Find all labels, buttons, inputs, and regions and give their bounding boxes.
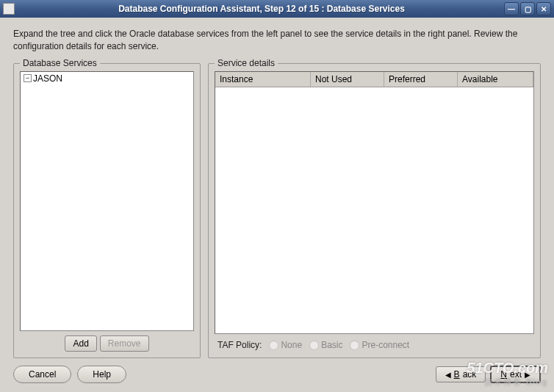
services-tree[interactable]: − JASON xyxy=(20,71,194,331)
table-body xyxy=(215,87,533,333)
service-details-legend: Service details xyxy=(215,58,278,68)
col-instance[interactable]: Instance xyxy=(215,72,311,87)
next-button[interactable]: Next▶ xyxy=(490,366,541,383)
taf-policy-label: TAF Policy: xyxy=(217,340,262,350)
taf-none-radio[interactable]: None xyxy=(269,340,302,350)
close-button[interactable]: ✕ xyxy=(536,2,551,15)
window-controls: — ▢ ✕ xyxy=(504,2,551,15)
back-label: B xyxy=(454,369,460,380)
instructions-text: Expand the tree and click the Oracle dat… xyxy=(13,28,541,53)
chevron-right-icon: ▶ xyxy=(525,371,530,379)
service-details-table: Instance Not Used Preferred Available xyxy=(215,71,534,334)
taf-preconnect-input xyxy=(350,341,359,350)
bottom-bar: Cancel Help ◀Back Next▶ xyxy=(13,358,541,383)
taf-basic-radio[interactable]: Basic xyxy=(309,340,342,350)
tree-collapse-icon[interactable]: − xyxy=(24,74,32,82)
table-header: Instance Not Used Preferred Available xyxy=(215,72,533,87)
taf-basic-input xyxy=(309,341,319,350)
service-details-panel: Service details Instance Not Used Prefer… xyxy=(208,63,541,358)
tree-root-label: JASON xyxy=(33,73,62,84)
help-button[interactable]: Help xyxy=(77,366,126,383)
taf-none-input xyxy=(269,341,278,350)
bottom-right-buttons: ◀Back Next▶ xyxy=(436,366,541,383)
maximize-button[interactable]: ▢ xyxy=(520,2,535,15)
db-services-buttons: Add Remove xyxy=(20,335,194,352)
add-button[interactable]: Add xyxy=(65,335,96,352)
col-not-used[interactable]: Not Used xyxy=(311,72,384,87)
chevron-left-icon: ◀ xyxy=(445,371,451,379)
back-button[interactable]: ◀Back xyxy=(436,366,486,382)
database-services-legend: Database Services xyxy=(20,58,100,68)
tree-root-item[interactable]: − JASON xyxy=(21,72,193,85)
col-preferred[interactable]: Preferred xyxy=(384,72,458,87)
titlebar: Database Configuration Assistant, Step 1… xyxy=(0,0,554,18)
cancel-button[interactable]: Cancel xyxy=(13,366,71,383)
minimize-button[interactable]: — xyxy=(504,2,519,15)
bottom-left-buttons: Cancel Help xyxy=(13,366,126,383)
database-services-panel: Database Services − JASON Add Remove xyxy=(13,63,201,358)
taf-preconnect-radio[interactable]: Pre-connect xyxy=(350,340,409,350)
panels-row: Database Services − JASON Add Remove Ser… xyxy=(13,63,541,358)
content-area: Expand the tree and click the Oracle dat… xyxy=(0,18,554,392)
next-label: N xyxy=(500,369,507,380)
app-icon xyxy=(3,3,15,15)
col-available[interactable]: Available xyxy=(458,72,533,87)
window-root: Database Configuration Assistant, Step 1… xyxy=(0,0,554,392)
taf-policy-row: TAF Policy: None Basic Pre-connect xyxy=(215,338,534,352)
remove-button: Remove xyxy=(100,335,149,352)
window-title: Database Configuration Assistant, Step 1… xyxy=(19,4,504,14)
